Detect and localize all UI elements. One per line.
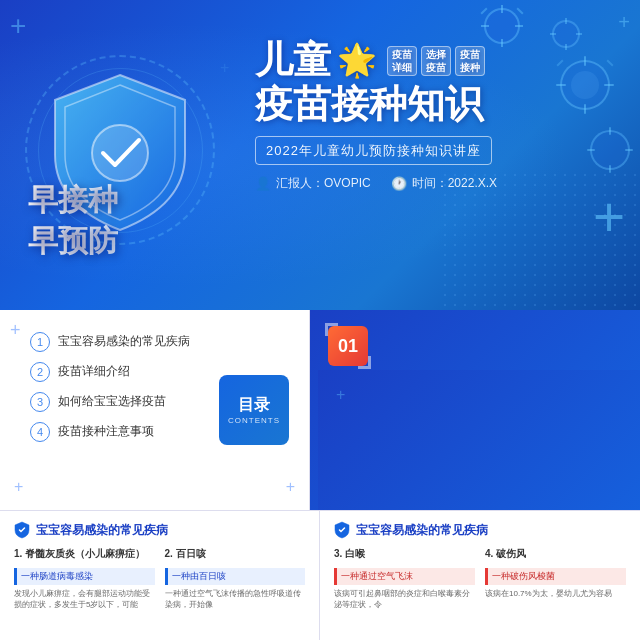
bot-col2-title: 2. 百日咳 — [165, 547, 306, 561]
bot-rcol2-tag: 一种破伤风梭菌 — [485, 568, 626, 585]
middle-section: + + + 1 宝宝容易感染的常见疾病 2 疫苗详细介绍 3 如何给宝宝选择疫苗… — [0, 310, 640, 510]
tag-3: 疫苗接种 — [455, 46, 485, 76]
bot-col2-text: 一种通过空气飞沫传播的急性呼吸道传染病，开始像 — [165, 588, 306, 610]
sun-icon: 🌟 — [337, 43, 377, 78]
bottom-right-panel: 宝宝容易感染的常见疾病 3. 白喉 一种通过空气飞沫 该病可引起鼻咽部的炎症和白… — [320, 511, 640, 640]
meta-row: 👤 汇报人：OVOPIC 🕐 时间：2022.X.X — [255, 175, 630, 192]
person-icon: 👤 — [255, 175, 271, 191]
bottom-left-panel: 宝宝容易感染的常见疾病 1. 脊髓灰质炎（小儿麻痹症） 一种肠道病毒感染 发现小… — [0, 511, 320, 640]
top-banner: + + + + 早接种 早预防 儿童 — [0, 0, 640, 310]
bottom-right-title: 宝宝容易感染的常见疾病 — [356, 522, 488, 539]
bot-col1-tag: 一种肠道病毒感染 — [14, 568, 155, 585]
left-heading: 早接种 早预防 — [28, 180, 118, 262]
mulu-title: 目录 — [238, 395, 270, 416]
bottom-right-cols: 3. 白喉 一种通过空气飞沫 该病可引起鼻咽部的炎症和白喉毒素分泌等症状，令 4… — [334, 547, 626, 610]
bottom-left-title-row: 宝宝容易感染的常见疾病 — [14, 521, 305, 539]
main-title-row1: 儿童 🌟 疫苗详细 选择疫苗 疫苗接种 — [255, 40, 630, 82]
bot-col-2: 2. 百日咳 一种由百日咳 一种通过空气飞沫传播的急性呼吸道传染病，开始像 — [165, 547, 306, 610]
reporter-meta: 👤 汇报人：OVOPIC — [255, 175, 371, 192]
bot-rcol-1: 3. 白喉 一种通过空气飞沫 该病可引起鼻咽部的炎症和白喉毒素分泌等症状，令 — [334, 547, 475, 610]
plus-deco-1: + — [10, 12, 26, 40]
plus-deco-ml1: + — [10, 320, 21, 341]
bot-col2-tag: 一种由百日咳 — [165, 568, 306, 585]
big-plus-right: + — [593, 190, 625, 245]
menu-num-3: 3 — [30, 392, 50, 412]
right-content: 儿童 🌟 疫苗详细 选择疫苗 疫苗接种 疫苗接种知识 2022年儿童幼儿预防接种… — [255, 40, 630, 192]
bottom-left-cols: 1. 脊髓灰质炎（小儿麻痹症） 一种肠道病毒感染 发现小儿麻痹症，会有腿部运动功… — [14, 547, 305, 610]
bottom-left-title: 宝宝容易感染的常见疾病 — [36, 522, 168, 539]
tag-2: 选择疫苗 — [421, 46, 451, 76]
main-title-row2: 疫苗接种知识 — [255, 84, 630, 126]
tag-1: 疫苗详细 — [387, 46, 417, 76]
bot-rcol1-tag: 一种通过空气飞沫 — [334, 568, 475, 585]
subtitle-box: 2022年儿童幼儿预防接种知识讲座 — [255, 136, 492, 165]
plus-deco-mr: + — [318, 370, 640, 510]
bot-col1-title: 1. 脊髓灰质炎（小儿麻痹症） — [14, 547, 155, 561]
title-part1: 儿童 — [255, 40, 331, 82]
reporter-label: 汇报人：OVOPIC — [276, 175, 371, 192]
plus-deco-ml3: + — [286, 478, 295, 496]
menu-panel: + + + 1 宝宝容易感染的常见疾病 2 疫苗详细介绍 3 如何给宝宝选择疫苗… — [0, 310, 310, 510]
menu-text-3: 如何给宝宝选择疫苗 — [58, 394, 166, 410]
shield-small-icon-right — [334, 521, 350, 539]
bottom-section: 宝宝容易感染的常见疾病 1. 脊髓灰质炎（小儿麻痹症） 一种肠道病毒感染 发现小… — [0, 510, 640, 640]
bot-rcol1-title: 3. 白喉 — [334, 547, 475, 561]
menu-text-2: 疫苗详细介绍 — [58, 364, 130, 380]
subtitle-text: 2022年儿童幼儿预防接种知识讲座 — [266, 143, 481, 158]
contents-label: CONTENTS — [228, 416, 280, 425]
tag-group: 疫苗详细 选择疫苗 疫苗接种 — [387, 46, 485, 76]
section-num: 01 — [338, 336, 358, 357]
menu-text-4: 疫苗接种注意事项 — [58, 424, 154, 440]
bot-col1-text: 发现小儿麻痹症，会有腿部运动功能受损的症状，多发生于5岁以下，可能 — [14, 588, 155, 610]
left-line1: 早接种 — [28, 180, 118, 221]
num-badge-box: 01 — [328, 326, 368, 366]
bot-rcol1-text: 该病可引起鼻咽部的炎症和白喉毒素分泌等症状，令 — [334, 588, 475, 610]
num-badge-row: 01 — [328, 326, 622, 366]
shield-small-icon-left — [14, 521, 30, 539]
bot-rcol2-text: 该病在10.7%为太，婴幼儿尤为容易 — [485, 588, 626, 599]
bot-col-1: 1. 脊髓灰质炎（小儿麻痹症） 一种肠道病毒感染 发现小儿麻痹症，会有腿部运动功… — [14, 547, 155, 610]
mulu-box: 目录 CONTENTS — [219, 375, 289, 445]
menu-num-2: 2 — [30, 362, 50, 382]
plus-deco-ml2: + — [14, 478, 23, 496]
clock-icon: 🕐 — [391, 175, 407, 191]
plus-deco-2: + — [618, 12, 630, 32]
bottom-right-title-row: 宝宝容易感染的常见疾病 — [334, 521, 626, 539]
bot-rcol-2: 4. 破伤风 一种破伤风梭菌 该病在10.7%为太，婴幼儿尤为容易 — [485, 547, 626, 610]
bot-rcol2-title: 4. 破伤风 — [485, 547, 626, 561]
menu-num-4: 4 — [30, 422, 50, 442]
left-line2: 早预防 — [28, 221, 118, 262]
menu-item-1: 1 宝宝容易感染的常见疾病 — [30, 332, 289, 352]
plus-deco-3: + — [220, 60, 229, 76]
virus-icon-1 — [484, 8, 520, 44]
menu-text-1: 宝宝容易感染的常见疾病 — [58, 334, 190, 350]
time-label: 时间：2022.X.X — [412, 175, 497, 192]
section-01-panel: + 01 宝宝容易感染的常见疾病 请在此处输入你的的文字内容，请在此处输入的文字… — [310, 310, 640, 510]
menu-num-1: 1 — [30, 332, 50, 352]
time-meta: 🕐 时间：2022.X.X — [391, 175, 497, 192]
